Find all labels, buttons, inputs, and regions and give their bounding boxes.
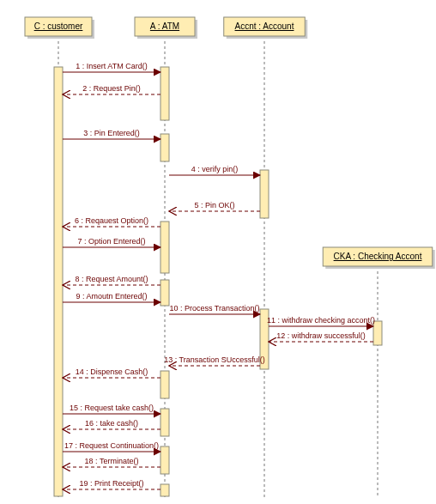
activation-bar	[160, 134, 169, 161]
lifeline-label: A : ATM	[150, 21, 179, 31]
message-label: 7 : Option Entered()	[77, 237, 145, 246]
activation-bar	[373, 321, 382, 345]
activation-bar	[160, 371, 169, 398]
activation-bar	[160, 222, 169, 273]
message-label: 17 : Request Continuation()	[64, 441, 159, 450]
lifeline-label: Accnt : Account	[235, 21, 294, 31]
message-label: 15 : Request take cash()	[70, 404, 154, 412]
message-label: 2 : Request Pin()	[82, 84, 141, 93]
message-label: 19 : Print Receipt()	[79, 479, 143, 488]
message-label: 16 : take cash()	[85, 419, 138, 428]
activation-bar	[160, 446, 169, 474]
message-label: 4 : verify pin()	[191, 165, 239, 173]
message-label: 11 : withdraw checking accont()	[267, 316, 375, 325]
message-label: 1 : Insert ATM Card()	[76, 62, 147, 70]
activation-bar	[54, 67, 63, 496]
activation-bar	[160, 484, 169, 496]
activation-bar	[160, 409, 169, 436]
message-label: 5 : Pin OK()	[194, 201, 234, 209]
message-label: 8 : Request Amount()	[75, 275, 148, 283]
lifeline-label: C : customer	[34, 21, 83, 31]
message-label: 13 : Transaction SUccessful()	[164, 355, 265, 364]
message-label: 3 : Pin Entered()	[83, 129, 140, 137]
message-label: 10 : Process Transaction()	[169, 304, 259, 313]
sequence-diagram: 1 : Insert ATM Card()2 : Request Pin()3 …	[0, 0, 436, 504]
message-label: 14 : Dispense Cash()	[76, 367, 148, 376]
activation-bar	[260, 170, 269, 218]
message-label: 12 : withdraw successful()	[276, 331, 366, 340]
message-label: 9 : Amoutn Entered()	[76, 292, 147, 301]
message-label: 18 : Terminate()	[85, 457, 139, 465]
message-label: 6 : Reqauest Option()	[75, 216, 148, 225]
activation-bar	[160, 67, 169, 120]
lifeline-label: CKA : Checking Accont	[334, 252, 422, 261]
activation-bar	[160, 280, 169, 306]
